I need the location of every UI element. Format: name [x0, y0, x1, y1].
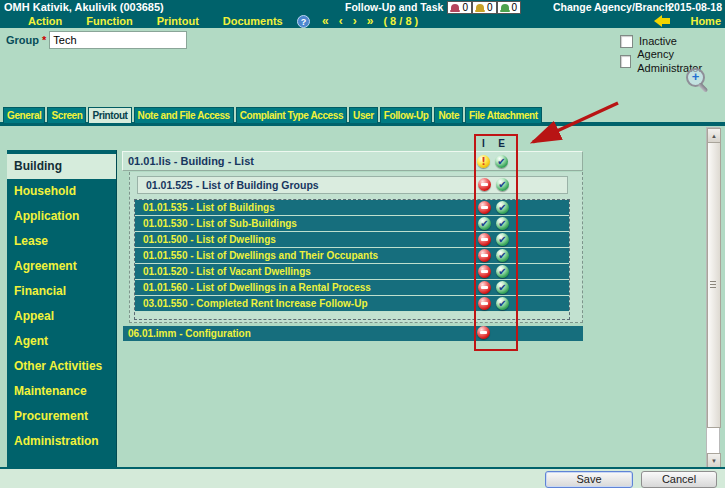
- sidebar-item-application[interactable]: Application: [7, 204, 116, 229]
- minus-icon[interactable]: [477, 326, 490, 339]
- save-button[interactable]: Save: [545, 471, 633, 488]
- report-parent-label: 01.01.lis - Building - List: [128, 155, 254, 167]
- scroll-down-button[interactable]: ▼: [707, 453, 721, 468]
- ie-icons: ✔: [478, 281, 509, 294]
- warning-icon[interactable]: !: [477, 155, 490, 168]
- list-item[interactable]: 01.01.560 - List of Dwellings in a Renta…: [135, 280, 569, 296]
- scroll-up-button[interactable]: ▲: [707, 128, 721, 143]
- scrollbar-thumb[interactable]: [707, 142, 721, 428]
- follow-up-counter-1[interactable]: 0: [472, 1, 497, 14]
- home-group: Home: [654, 14, 721, 28]
- check-icon[interactable]: ✔: [495, 155, 508, 168]
- minus-icon[interactable]: [478, 281, 491, 294]
- list-item[interactable]: 01.01.500 - List of Dwellings✔: [135, 232, 569, 248]
- menu-printout[interactable]: Printout: [157, 14, 199, 28]
- tab-user[interactable]: User: [349, 107, 378, 123]
- zoom-magnifier-icon[interactable]: +: [686, 68, 714, 96]
- tab-printout[interactable]: Printout: [88, 107, 131, 123]
- follow-up-counter-2[interactable]: 0: [497, 1, 522, 14]
- menu-function[interactable]: Function: [86, 14, 132, 28]
- report-group-row[interactable]: 01.01.525 - List of Building Groups ✔: [137, 176, 568, 194]
- check-icon[interactable]: ✔: [496, 178, 509, 191]
- cancel-button[interactable]: Cancel: [641, 471, 717, 488]
- inactive-checkbox[interactable]: [620, 35, 633, 48]
- list-item[interactable]: 01.01.535 - List of Buildings✔: [135, 200, 569, 216]
- sidebar-item-lease[interactable]: Lease: [7, 229, 116, 254]
- minus-icon[interactable]: [478, 265, 491, 278]
- list-item-label: 01.01.520 - List of Vacant Dwellings: [143, 266, 311, 277]
- menu-action[interactable]: Action: [28, 14, 62, 28]
- vertical-scrollbar[interactable]: ▲ ▼: [706, 127, 720, 467]
- tab-note[interactable]: Note: [434, 107, 463, 123]
- check-icon[interactable]: ✔: [496, 217, 509, 230]
- sidebar-item-agent[interactable]: Agent: [7, 329, 116, 354]
- report-list: 01.01.535 - List of Buildings✔01.01.530 …: [134, 199, 570, 320]
- tab-screen[interactable]: Screen: [47, 107, 86, 123]
- tab-complaint-type-access[interactable]: Complaint Type Access: [236, 107, 347, 123]
- bell-count: 0: [512, 2, 518, 13]
- minus-icon[interactable]: [478, 201, 491, 214]
- tab-follow-up[interactable]: Follow-Up: [380, 107, 433, 123]
- help-icon[interactable]: ?: [297, 15, 310, 28]
- inactive-label: Inactive: [639, 34, 677, 48]
- sidebar-item-agreement[interactable]: Agreement: [7, 254, 116, 279]
- minus-icon[interactable]: [478, 297, 491, 310]
- sidebar-item-other-activities[interactable]: Other Activities: [7, 354, 116, 379]
- sidebar-item-administration[interactable]: Administration: [7, 429, 116, 454]
- list-item[interactable]: 01.01.530 - List of Sub-Buildings✔✔: [135, 216, 569, 232]
- home-link[interactable]: Home: [690, 14, 721, 28]
- list-item[interactable]: 01.01.520 - List of Vacant Dwellings✔: [135, 264, 569, 280]
- check-icon[interactable]: ✔: [496, 265, 509, 278]
- report-parent-row[interactable]: 01.01.lis - Building - List !✔: [122, 151, 583, 171]
- record-counter: ( 8 / 8 ): [383, 14, 418, 28]
- previous-record-button[interactable]: ‹: [339, 14, 343, 28]
- minus-icon[interactable]: [478, 178, 491, 191]
- minus-icon[interactable]: [478, 233, 491, 246]
- last-record-button[interactable]: »: [367, 14, 374, 28]
- required-mark: *: [42, 34, 46, 46]
- menu-documents[interactable]: Documents: [223, 14, 283, 28]
- check-icon[interactable]: ✔: [478, 217, 491, 230]
- sidebar-item-procurement[interactable]: Procurement: [7, 404, 116, 429]
- tab-bar: GeneralScreenPrintoutNote and File Acces…: [3, 107, 542, 123]
- application-window: OMH Kativik, Akulivik (003685) Follow-Up…: [0, 0, 725, 488]
- sidebar-item-household[interactable]: Household: [7, 179, 116, 204]
- module-sidebar: BuildingHouseholdApplicationLeaseAgreeme…: [7, 150, 117, 467]
- ie-icons: [477, 326, 490, 339]
- list-item-label: 01.01.530 - List of Sub-Buildings: [143, 218, 297, 229]
- report-group-label: 01.01.525 - List of Building Groups: [146, 179, 319, 191]
- first-record-button[interactable]: «: [322, 14, 329, 28]
- sidebar-item-financial[interactable]: Financial: [7, 279, 116, 304]
- check-icon[interactable]: ✔: [496, 281, 509, 294]
- check-icon[interactable]: ✔: [496, 249, 509, 262]
- configuration-row[interactable]: 06.01.imm - Configuration: [123, 326, 583, 341]
- tab-file-attachment[interactable]: File Attachment: [465, 107, 542, 123]
- list-item-label: 01.01.550 - List of Dwellings and Their …: [143, 250, 378, 261]
- back-arrow-icon[interactable]: [654, 16, 670, 26]
- sidebar-item-maintenance[interactable]: Maintenance: [7, 379, 116, 404]
- check-icon[interactable]: ✔: [496, 297, 509, 310]
- check-icon[interactable]: ✔: [496, 233, 509, 246]
- group-input[interactable]: [49, 31, 187, 49]
- follow-up-counter-0[interactable]: 0: [447, 1, 472, 14]
- change-agency-branch-link[interactable]: Change Agency/Branch: [553, 0, 671, 14]
- minus-icon[interactable]: [478, 249, 491, 262]
- check-icon[interactable]: ✔: [496, 201, 509, 214]
- agency-administrator-checkbox[interactable]: [620, 55, 631, 68]
- bell-icon: [451, 4, 459, 11]
- tab-note-and-file-access[interactable]: Note and File Access: [134, 107, 234, 123]
- list-item[interactable]: 03.01.550 - Completed Rent Increase Foll…: [135, 296, 569, 312]
- ie-column-headers: I E: [477, 138, 508, 150]
- next-record-button[interactable]: ›: [353, 14, 357, 28]
- bell-count: 0: [462, 2, 468, 13]
- sidebar-item-appeal[interactable]: Appeal: [7, 304, 116, 329]
- ie-icons: ✔: [478, 249, 509, 262]
- ie-icons: !✔: [477, 155, 508, 168]
- list-item-label: 01.01.500 - List of Dwellings: [143, 234, 276, 245]
- bell-icon: [501, 4, 509, 11]
- sidebar-item-building[interactable]: Building: [7, 154, 116, 179]
- tab-general[interactable]: General: [3, 107, 45, 123]
- follow-up-label: Follow-Up and Task: [345, 0, 443, 14]
- list-item[interactable]: 01.01.550 - List of Dwellings and Their …: [135, 248, 569, 264]
- list-item-label: 01.01.560 - List of Dwellings in a Renta…: [143, 282, 371, 293]
